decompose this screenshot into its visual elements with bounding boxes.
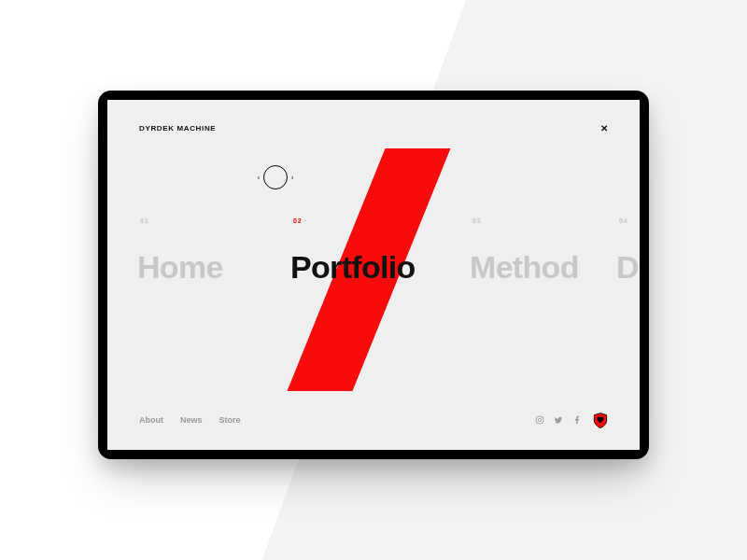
brand-logo[interactable]: DYRDEK MACHINE	[139, 124, 216, 133]
footer-link-about[interactable]: About	[139, 415, 163, 425]
heart-shield-icon[interactable]	[593, 413, 608, 427]
header: DYRDEK MACHINE ✕	[139, 119, 608, 137]
nav-label: Portfolio	[290, 249, 416, 286]
carousel-nav: ‹ ›	[252, 163, 299, 191]
footer-right	[535, 412, 608, 428]
footer-link-store[interactable]: Store	[219, 415, 241, 425]
footer: About News Store	[139, 411, 608, 429]
nav-item-do[interactable]: 04 Do	[616, 249, 640, 286]
nav-label: Home	[137, 249, 223, 286]
svg-point-1	[538, 418, 541, 421]
instagram-icon[interactable]	[535, 412, 544, 428]
facebook-icon[interactable]	[572, 412, 582, 428]
chevron-right-icon[interactable]: ›	[291, 175, 293, 181]
footer-link-news[interactable]: News	[180, 415, 203, 425]
nav-item-method[interactable]: 03 Method	[470, 249, 579, 286]
device-frame: DYRDEK MACHINE ✕ ‹ › 01 Home 02 Portfoli…	[98, 91, 649, 459]
nav-item-portfolio[interactable]: 02 Portfolio	[290, 249, 416, 286]
close-icon[interactable]: ✕	[600, 123, 608, 133]
footer-links: About News Store	[139, 415, 241, 425]
chevron-left-icon[interactable]: ‹	[258, 175, 260, 181]
twitter-icon[interactable]	[554, 412, 563, 428]
stage: DYRDEK MACHINE ✕ ‹ › 01 Home 02 Portfoli…	[0, 0, 747, 560]
nav-number: 04	[619, 217, 627, 224]
nav-label: Method	[470, 249, 579, 286]
nav-number: 01	[140, 217, 148, 224]
nav-number: 02	[293, 217, 302, 224]
carousel-indicator-ring[interactable]	[263, 165, 288, 189]
nav-label: Do	[616, 249, 640, 286]
svg-point-2	[542, 417, 543, 418]
nav-number: 03	[472, 217, 481, 224]
screen: DYRDEK MACHINE ✕ ‹ › 01 Home 02 Portfoli…	[107, 100, 640, 450]
nav-item-home[interactable]: 01 Home	[137, 249, 223, 286]
main-nav: 01 Home 02 Portfolio 03 Method 04 Do	[107, 249, 640, 305]
social-icons	[535, 412, 582, 428]
